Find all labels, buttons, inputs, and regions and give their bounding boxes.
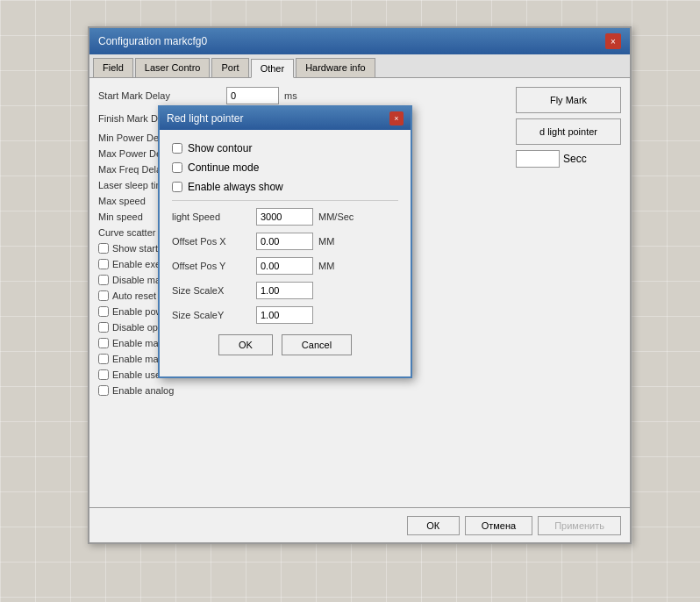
size-scale-x-label: Size ScaleX <box>172 285 251 296</box>
offset-pos-y-label: Offset Pos Y <box>172 261 251 271</box>
offset-pos-x-unit: MM <box>318 236 334 247</box>
offset-pos-x-label: Offset Pos X <box>172 236 251 247</box>
continue-mode-label: Continue mode <box>188 161 259 174</box>
enable-always-show-checkbox[interactable] <box>172 182 182 192</box>
offset-pos-x-row: Offset Pos X MM <box>172 233 398 250</box>
light-speed-label: light Speed <box>172 211 251 222</box>
show-contour-row: Show contour <box>172 142 398 154</box>
enable-always-show-label: Enable always show <box>188 181 283 193</box>
dialog-close-button[interactable]: × <box>389 111 404 125</box>
offset-pos-y-row: Offset Pos Y MM <box>172 257 398 275</box>
dialog-titlebar: Red light pointer × <box>160 107 411 130</box>
size-scale-y-input[interactable] <box>256 306 313 324</box>
show-contour-label: Show contour <box>188 142 252 154</box>
continue-mode-row: Continue mode <box>172 161 398 174</box>
red-light-dialog: Red light pointer × Show contour Continu… <box>158 105 412 378</box>
dialog-cancel-button[interactable]: Cancel <box>282 334 352 355</box>
size-scale-y-label: Size ScaleY <box>172 310 251 320</box>
dialog-title: Red light pointer <box>167 112 243 125</box>
offset-pos-y-input[interactable] <box>256 257 313 275</box>
continue-mode-checkbox[interactable] <box>172 162 182 173</box>
dialog-content: Show contour Continue mode Enable always… <box>160 130 411 376</box>
dialog-ok-button[interactable]: OK <box>218 334 273 355</box>
light-speed-input[interactable] <box>256 208 313 226</box>
dialog-buttons: OK Cancel <box>172 334 398 364</box>
offset-pos-x-input[interactable] <box>256 233 313 250</box>
light-speed-row: light Speed MM/Sec <box>172 208 398 226</box>
dialog-overlay: Red light pointer × Show contour Continu… <box>0 0 700 602</box>
light-speed-unit: MM/Sec <box>318 211 354 222</box>
size-scale-x-row: Size ScaleX <box>172 282 398 299</box>
enable-always-show-row: Enable always show <box>172 181 398 193</box>
size-scale-y-row: Size ScaleY <box>172 306 398 324</box>
show-contour-checkbox[interactable] <box>172 143 182 154</box>
dialog-divider <box>172 200 398 201</box>
offset-pos-y-unit: MM <box>318 261 334 271</box>
size-scale-x-input[interactable] <box>256 282 313 299</box>
